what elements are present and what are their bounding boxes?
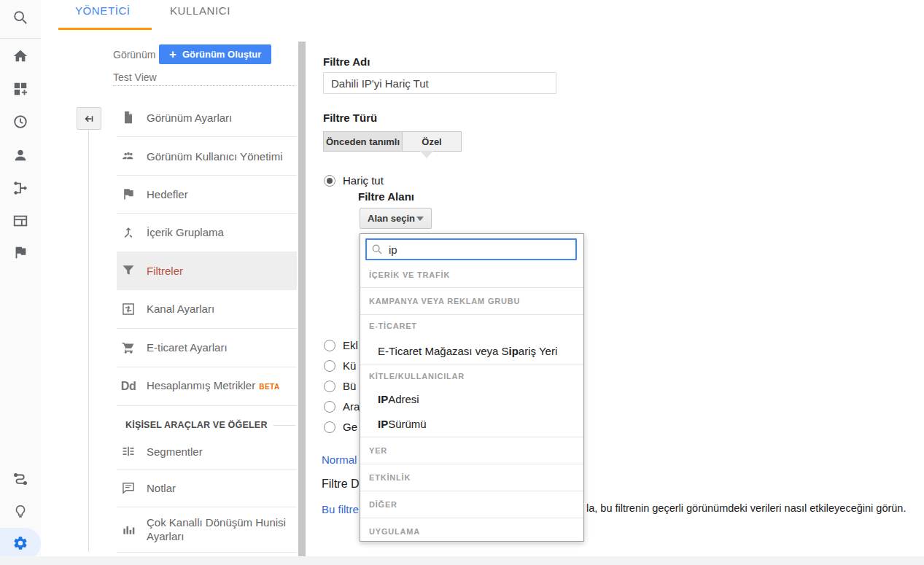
verify-filter-link[interactable]: Bu filtre [322, 503, 359, 515]
sidebar-item-label: Görünüm Kullanıcı Yönetimi [147, 149, 282, 163]
back-arrow-icon [82, 112, 96, 125]
group-header-eticaret: E-TİCARET [360, 315, 583, 337]
customization-icon[interactable] [0, 81, 41, 97]
field-dropdown-panel: İÇERİK VE TRAFİK KAMPANYA VEYA REKLAM GR… [360, 233, 584, 542]
sidebar-item-label: Filtreler [147, 264, 183, 278]
merge-icon [120, 225, 136, 240]
chevron-down-icon [416, 217, 424, 221]
search-replace-radio-label: Ara [343, 400, 360, 413]
group-header-yer: YER [360, 437, 583, 464]
filter-name-label: Filtre Adı [323, 55, 370, 68]
tab-kullanici[interactable]: KULLANICI [170, 4, 230, 17]
sidebar-item-notlar[interactable]: Notlar [117, 469, 297, 507]
current-view-name[interactable]: Test View [113, 71, 157, 83]
funnel-icon [120, 263, 136, 278]
filter-type-custom-button[interactable]: Özel [402, 131, 462, 152]
sidebar-item-label: Notlar [147, 481, 176, 495]
sidebar-item-segmentler[interactable]: Segmentler [117, 434, 297, 469]
sidebar-item-label: Hesaplanmış MetriklerBETA [147, 378, 280, 394]
search-icon[interactable] [0, 9, 41, 26]
uppercase-radio-label: Bü [343, 380, 356, 392]
advanced-radio-label: Ge [343, 421, 357, 433]
include-radio[interactable] [324, 340, 335, 351]
flag-icon [120, 187, 136, 201]
attribution-icon[interactable] [0, 471, 41, 487]
group-header-etkinlik: ETKİNLİK [360, 464, 583, 491]
sidebar-item-kanal-ayarlari[interactable]: Kanal Ayarları [117, 289, 297, 329]
cart-icon [120, 340, 136, 355]
lowercase-radio[interactable] [324, 360, 335, 372]
uppercase-radio[interactable] [324, 381, 335, 392]
audience-person-icon[interactable] [0, 147, 41, 163]
sidebar-item-kullanici-yonetimi[interactable]: Görünüm Kullanıcı Yönetimi [117, 137, 297, 176]
create-view-label: Görünüm Oluştur [182, 49, 261, 60]
group-header-kitle: KİTLE/KULLANICILAR [360, 365, 583, 387]
discover-lightbulb-icon[interactable] [0, 504, 41, 520]
dropdown-option-eticaret-magazasi[interactable]: E-Ticaret Mağazası veya Sipariş Yeri [360, 337, 583, 365]
field-select-label: Alan seçin [368, 213, 415, 224]
view-name-divider [113, 85, 295, 86]
sidebar-item-label: Segmentler [147, 445, 203, 459]
conversions-flag-icon[interactable] [0, 244, 41, 260]
left-icon-rail [0, 0, 41, 565]
sidebar-item-filtreler[interactable]: Filtreler [117, 252, 297, 290]
bar-chart-icon [120, 522, 136, 537]
field-dropdown-list: İÇERİK VE TRAFİK KAMPANYA VEYA REKLAM GR… [360, 262, 583, 545]
exclude-radio[interactable] [324, 175, 335, 187]
menu-connector-line [88, 129, 89, 552]
include-radio-label: Ekl [343, 339, 358, 351]
sidebar-item-label: Kanal Ayarları [147, 302, 214, 316]
file-icon [120, 110, 136, 125]
channel-settings-icon [120, 302, 136, 316]
verification-description-text: la, bu filtrenin geçerli görünümdeki ver… [586, 502, 906, 514]
advanced-radio[interactable] [324, 421, 335, 433]
create-view-button[interactable]: + Görünüm Oluştur [159, 44, 271, 64]
dropdown-option-ip-surumu[interactable]: IP Sürümü [360, 410, 583, 437]
sidebar-item-gorunum-ayarlari[interactable]: Görünüm Ayarları [117, 98, 297, 137]
analytics-admin-screen: YÖNETİCİ KULLANICI Görünüm + Görünüm Olu… [0, 0, 924, 565]
comment-icon [120, 480, 136, 495]
behavior-table-icon[interactable] [0, 213, 41, 229]
tab-yonetici[interactable]: YÖNETİCİ [75, 4, 131, 17]
sidebar-item-eticaret-ayarlari[interactable]: E-ticaret Ayarları [117, 328, 297, 367]
active-tab-underline [58, 28, 152, 30]
field-select-dropdown[interactable]: Alan seçin [360, 208, 432, 229]
exclude-radio-label: Hariç tut [343, 174, 384, 187]
field-search-input[interactable] [365, 238, 577, 260]
bottom-scroll-band [0, 556, 924, 565]
search-replace-radio[interactable] [324, 401, 335, 413]
segments-icon [120, 444, 136, 459]
admin-gear-icon[interactable] [0, 535, 41, 551]
filter-field-label: Filtre Alanı [358, 190, 414, 203]
search-icon [371, 243, 383, 255]
personal-tools-section-label: KİŞİSEL ARAÇLAR VE ÖĞELER [125, 420, 295, 430]
filter-type-label: Filtre Türü [323, 112, 377, 124]
sidebar-item-label: E-ticaret Ayarları [147, 340, 228, 354]
sidebar-item-label: Görünüm Ayarları [147, 111, 232, 125]
selected-type-pointer [420, 151, 433, 158]
filter-name-input[interactable] [323, 72, 556, 94]
filter-verification-heading: Filtre D [322, 478, 360, 491]
realtime-clock-icon[interactable] [0, 114, 41, 130]
section-divider-line [273, 425, 295, 426]
home-icon[interactable] [0, 48, 41, 64]
sidebar-item-label: Çok Kanallı Dönüşüm Hunisi Ayarları [147, 515, 292, 543]
admin-active-pill [0, 528, 41, 560]
group-header-diger: DİĞER [360, 491, 583, 518]
lowercase-radio-label: Kü [343, 359, 356, 372]
panel-scrollbar[interactable] [298, 42, 306, 565]
acquisition-share-icon[interactable] [0, 180, 41, 196]
filter-type-predefined-button[interactable]: Önceden tanımlı [323, 131, 402, 152]
sidebar-item-label: Hedefler [147, 187, 188, 201]
back-button[interactable] [77, 107, 101, 130]
sidebar-item-label: İçerik Gruplama [147, 225, 224, 239]
normal-link[interactable]: Normal [322, 453, 357, 466]
sidebar-item-cok-kanalli[interactable]: Çok Kanallı Dönüşüm Hunisi Ayarları [117, 507, 297, 553]
sidebar-item-hesaplanmis-metrikler[interactable]: Dd Hesaplanmış MetriklerBETA [117, 367, 297, 406]
sidebar-item-hedefler[interactable]: Hedefler [117, 175, 297, 214]
dropdown-option-ip-adresi[interactable]: IP Adresi [360, 387, 583, 410]
rail-divider [0, 38, 41, 39]
sidebar-item-icerik-gruplama[interactable]: İçerik Gruplama [117, 213, 297, 252]
view-column-label: Görünüm [113, 49, 155, 61]
group-header-icerik: İÇERİK VE TRAFİK [360, 262, 583, 288]
